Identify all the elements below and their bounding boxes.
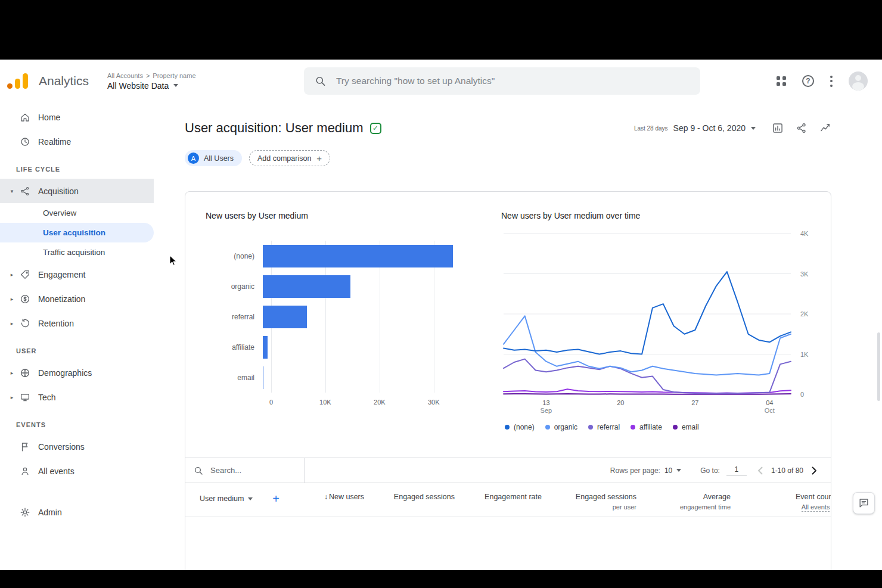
legend-label: affiliate [639, 423, 662, 431]
property-name: All Website Data [107, 81, 169, 91]
bar-chart-x-axis: 010K20K30K [271, 399, 462, 408]
customize-report-icon[interactable] [772, 122, 784, 134]
previous-page-button[interactable] [753, 466, 767, 475]
breadcrumb-property[interactable]: Property name [153, 72, 195, 79]
sidebar-item-all-events[interactable]: All events [0, 459, 154, 483]
sidebar-item-retention[interactable]: ▸Retention [0, 311, 154, 335]
column-header-event-count[interactable]: Event countAll events ▾ [731, 483, 831, 511]
legend-item-email[interactable]: email [673, 423, 699, 431]
scrollbar-thumb[interactable] [877, 332, 880, 401]
add-secondary-dimension-button[interactable]: + [272, 493, 279, 505]
svg-text:Sep: Sep [541, 407, 552, 414]
line-chart-title: New users by User medium over time [501, 211, 816, 220]
chevron-right-icon[interactable]: ▸ [6, 272, 18, 278]
avatar[interactable] [849, 71, 868, 91]
sidebar-item-label: Demographics [38, 368, 92, 378]
letterbox-top [0, 0, 882, 60]
help-icon[interactable]: ? [802, 75, 814, 87]
legend-item-affiliate[interactable]: affiliate [631, 423, 662, 431]
sidebar-item-traffic-acquisition[interactable]: Traffic acquisition [0, 242, 154, 262]
bar-row: organic [206, 271, 486, 301]
column-label: Average [636, 493, 731, 501]
chevron-right-icon[interactable]: ▸ [6, 296, 18, 302]
sidebar-item-engagement[interactable]: ▸Engagement [0, 262, 154, 287]
sidebar-item-overview[interactable]: Overview [0, 203, 154, 223]
sidebar-item-home[interactable]: Home [0, 105, 154, 129]
bar-organic[interactable] [263, 275, 350, 298]
sidebar-item-demographics[interactable]: ▸Demographics [0, 360, 154, 385]
table-search-input[interactable] [209, 465, 281, 475]
legend-label: (none) [514, 423, 535, 431]
bar-referral[interactable] [263, 306, 307, 328]
clock-icon [18, 136, 32, 148]
sidebar-item-monetization[interactable]: ▸Monetization [0, 287, 154, 311]
report-card: New users by User medium (none)organicre… [185, 191, 831, 570]
sidebar-item-admin[interactable]: Admin [0, 500, 154, 524]
add-comparison-label: Add comparison [257, 154, 311, 163]
chevron-right-icon[interactable]: ▸ [6, 321, 18, 326]
column-header-engaged-sessions[interactable]: Engaged sessionsper user [542, 483, 636, 511]
sidebar-item-acquisition[interactable]: ▾Acquisition [0, 179, 154, 203]
brand[interactable]: Analytics [0, 72, 106, 90]
rows-per-page-select[interactable]: 10 [664, 466, 681, 475]
chevron-down-icon [248, 497, 253, 500]
share-icon[interactable] [796, 122, 808, 134]
column-header-user-medium[interactable]: User medium + [200, 483, 319, 505]
date-range-picker[interactable]: Last 28 days Sep 9 - Oct 6, 2020 [634, 122, 831, 134]
add-comparison-button[interactable]: Add comparison + [249, 150, 330, 166]
main-content: User acquisition: User medium ✓ Last 28 … [154, 102, 882, 570]
column-header-engagement-rate[interactable]: Engagement rate [455, 483, 542, 511]
sidebar-item-user-acquisition[interactable]: User acquisition [0, 223, 154, 242]
all-users-chip[interactable]: A All Users [185, 150, 242, 166]
legend-label: referral [597, 423, 620, 431]
line-chart-legend: (none)organicreferralaffiliateemail [501, 423, 816, 431]
column-header-new-users[interactable]: ↓New users [319, 483, 364, 511]
plus-icon: + [316, 154, 322, 163]
tag-icon [18, 269, 32, 281]
x-tick-label: 20K [374, 399, 386, 406]
legend-item-organic[interactable]: organic [545, 423, 577, 431]
data-quality-icon[interactable]: ✓ [370, 123, 381, 134]
chevron-right-icon[interactable]: ▸ [6, 370, 18, 376]
property-selector[interactable]: All Accounts > Property name All Website… [107, 72, 196, 91]
sidebar-item-tech[interactable]: ▸Tech [0, 385, 154, 409]
column-label: ↓New users [319, 493, 364, 501]
sidebar-item-realtime[interactable]: Realtime [0, 129, 154, 154]
legend-item-none[interactable]: (none) [505, 423, 535, 431]
column-header-average[interactable]: Averageengagement time [636, 483, 731, 511]
person-icon [18, 465, 32, 477]
x-tick-label: 10K [319, 399, 331, 406]
bar-category-label: affiliate [206, 343, 263, 351]
line-series-email[interactable] [504, 394, 791, 394]
rows-per-page-label: Rows per page: [610, 466, 660, 475]
line-series-none[interactable] [504, 272, 791, 354]
chevron-down-icon [676, 469, 681, 472]
breadcrumb-accounts[interactable]: All Accounts [107, 72, 143, 79]
goto-page-input[interactable]: 1 [726, 465, 747, 475]
line-series-referral[interactable] [504, 359, 791, 394]
table-search[interactable] [185, 458, 305, 483]
bar-chart[interactable]: (none)organicreferralaffiliateemail [206, 241, 486, 393]
line-series-affiliate[interactable] [504, 389, 791, 393]
insights-icon[interactable] [819, 122, 831, 134]
line-chart[interactable]: 4K3K2K1K013Sep202704Oct [501, 229, 828, 418]
sidebar-item-conversions[interactable]: Conversions [0, 434, 154, 459]
globe-icon [18, 367, 32, 379]
column-label: Engaged sessions [542, 493, 636, 501]
bar-affiliate[interactable] [263, 336, 268, 359]
chevron-right-icon[interactable]: ▸ [6, 394, 18, 400]
feedback-button[interactable] [853, 492, 875, 514]
column-sublabel[interactable]: All events ▾ [731, 503, 831, 511]
search-input[interactable] [335, 75, 690, 87]
column-header-engaged-sessions[interactable]: Engaged sessions [364, 483, 455, 511]
more-menu-icon[interactable] [830, 76, 833, 87]
line-series-organic[interactable] [504, 316, 791, 375]
apps-grid-icon[interactable] [777, 76, 786, 86]
chevron-down-icon[interactable]: ▾ [6, 188, 18, 194]
breadcrumb-separator: > [146, 72, 150, 79]
bar-email[interactable] [263, 366, 263, 389]
bar-none[interactable] [263, 245, 453, 267]
global-search[interactable] [304, 67, 700, 95]
next-page-button[interactable] [808, 466, 821, 475]
legend-item-referral[interactable]: referral [588, 423, 620, 431]
